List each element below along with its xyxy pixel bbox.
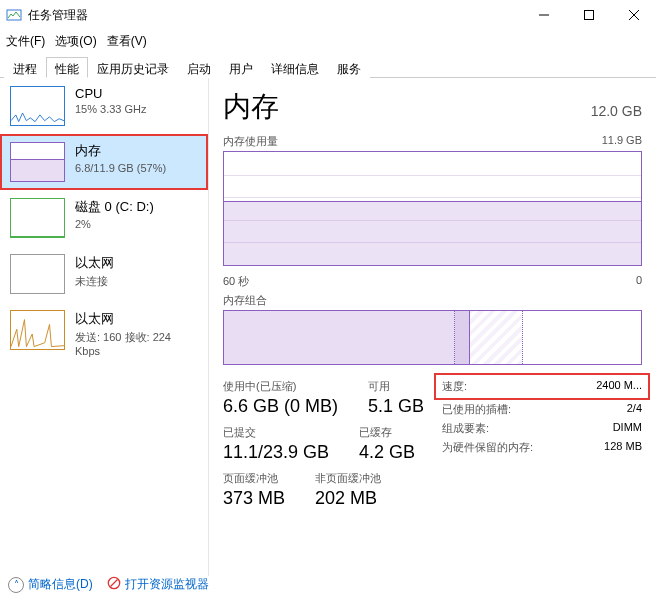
lbl-avail: 可用: [368, 379, 424, 394]
svg-rect-2: [584, 11, 593, 20]
usage-chart-label: 内存使用量: [223, 134, 278, 149]
menu-bar: 文件(F) 选项(O) 查看(V): [0, 30, 656, 52]
lbl-paged: 页面缓冲池: [223, 471, 285, 486]
footer: ˄ 简略信息(D) 打开资源监视器: [8, 576, 209, 593]
lbl-cached: 已缓存: [359, 425, 415, 440]
tab-bar: 进程 性能 应用历史记录 启动 用户 详细信息 服务: [0, 52, 656, 78]
app-icon: [6, 7, 22, 23]
lbl-committed: 已提交: [223, 425, 329, 440]
main-panel: 内存 12.0 GB 内存使用量 11.9 GB 60 秒 0 内存组合: [209, 78, 656, 576]
chart-time-right: 0: [636, 274, 642, 289]
val-paged: 373 MB: [223, 488, 285, 509]
disk-thumb: [10, 198, 65, 238]
composition-label: 内存组合: [223, 293, 267, 308]
ethernet1-thumb: [10, 254, 65, 294]
minimize-button[interactable]: [521, 0, 566, 30]
memory-usage-chart[interactable]: [223, 151, 642, 266]
maximize-button[interactable]: [566, 0, 611, 30]
total-memory: 12.0 GB: [591, 103, 642, 119]
sidebar-disk-title: 磁盘 0 (C: D:): [75, 198, 154, 216]
menu-options[interactable]: 选项(O): [55, 33, 96, 50]
menu-view[interactable]: 查看(V): [107, 33, 147, 50]
svg-line-6: [110, 580, 117, 587]
usage-chart-max: 11.9 GB: [602, 134, 642, 149]
tab-performance[interactable]: 性能: [46, 57, 88, 78]
ethernet2-thumb: [10, 310, 65, 350]
lbl-nonpaged: 非页面缓冲池: [315, 471, 381, 486]
tab-users[interactable]: 用户: [220, 57, 262, 78]
tab-details[interactable]: 详细信息: [262, 57, 328, 78]
sidebar-eth1-sub: 未连接: [75, 274, 114, 289]
menu-file[interactable]: 文件(F): [6, 33, 45, 50]
close-button[interactable]: [611, 0, 656, 30]
tab-startup[interactable]: 启动: [178, 57, 220, 78]
sidebar-eth2-sub: 发送: 160 接收: 224 Kbps: [75, 330, 198, 357]
row-formfactor: 组成要素: DIMM: [442, 419, 642, 438]
val-inuse: 6.6 GB (0 MB): [223, 396, 338, 417]
sidebar-disk-sub: 2%: [75, 218, 154, 230]
tab-apphistory[interactable]: 应用历史记录: [88, 57, 178, 78]
sidebar-eth2-title: 以太网: [75, 310, 198, 328]
resmon-icon: [107, 576, 121, 593]
sidebar: CPU 15% 3.33 GHz 内存 6.8/11.9 GB (57%) 磁盘…: [0, 78, 209, 576]
val-committed: 11.1/23.9 GB: [223, 442, 329, 463]
page-title: 内存: [223, 88, 279, 126]
sidebar-item-disk[interactable]: 磁盘 0 (C: D:) 2%: [0, 190, 208, 246]
sidebar-memory-sub: 6.8/11.9 GB (57%): [75, 162, 166, 174]
comp-standby: [470, 311, 523, 364]
stats-right: 速度: 2400 M... 已使用的插槽: 2/4 组成要素: DIMM 为硬件…: [442, 379, 642, 517]
row-speed: 速度: 2400 M...: [436, 375, 648, 398]
sidebar-item-ethernet-2[interactable]: 以太网 发送: 160 接收: 224 Kbps: [0, 302, 208, 365]
memory-composition-chart[interactable]: [223, 310, 642, 365]
sidebar-item-ethernet-1[interactable]: 以太网 未连接: [0, 246, 208, 302]
val-cached: 4.2 GB: [359, 442, 415, 463]
window-titlebar: 任务管理器: [0, 0, 656, 30]
open-resmon-link[interactable]: 打开资源监视器: [107, 576, 209, 593]
memory-thumb: [10, 142, 65, 182]
lbl-inuse: 使用中(已压缩): [223, 379, 338, 394]
val-avail: 5.1 GB: [368, 396, 424, 417]
comp-free: [523, 311, 641, 364]
chart-time-left: 60 秒: [223, 274, 249, 289]
val-nonpaged: 202 MB: [315, 488, 381, 509]
tab-services[interactable]: 服务: [328, 57, 370, 78]
sidebar-eth1-title: 以太网: [75, 254, 114, 272]
sidebar-item-memory[interactable]: 内存 6.8/11.9 GB (57%): [0, 134, 208, 190]
window-title: 任务管理器: [28, 7, 521, 24]
stats-left: 使用中(已压缩) 6.6 GB (0 MB) 可用 5.1 GB 已提交 11.…: [223, 379, 424, 517]
tab-processes[interactable]: 进程: [4, 57, 46, 78]
row-reserved: 为硬件保留的内存: 128 MB: [442, 438, 642, 457]
comp-modified: [455, 311, 470, 364]
fewer-details-button[interactable]: ˄ 简略信息(D): [8, 576, 93, 593]
sidebar-cpu-sub: 15% 3.33 GHz: [75, 103, 147, 115]
chevron-up-icon: ˄: [8, 577, 24, 593]
sidebar-memory-title: 内存: [75, 142, 166, 160]
row-slots: 已使用的插槽: 2/4: [442, 400, 642, 419]
sidebar-cpu-title: CPU: [75, 86, 147, 101]
sidebar-item-cpu[interactable]: CPU 15% 3.33 GHz: [0, 78, 208, 134]
comp-in-use: [224, 311, 455, 364]
cpu-thumb: [10, 86, 65, 126]
